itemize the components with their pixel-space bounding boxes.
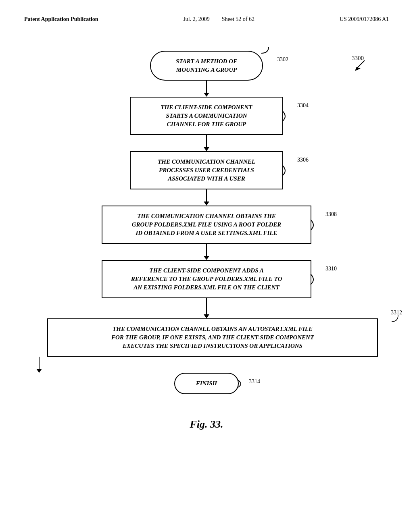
arrow-3312-3314 <box>36 357 42 373</box>
node-3304-text: THE CLIENT-SIDE COMPONENT STARTS A COMMU… <box>161 104 252 127</box>
header-center: Jul. 2, 2009 Sheet 52 of 62 <box>183 16 254 23</box>
node-3306-box: THE COMMUNICATION CHANNEL PROCESSES USER… <box>130 151 283 189</box>
patent-number: US 2009/0172086 A1 <box>340 16 389 23</box>
outer-arrow <box>353 60 365 72</box>
node-3314-box: FINISH 3314 <box>174 373 239 394</box>
page: Patent Application Publication Jul. 2, 2… <box>0 0 413 532</box>
bracket-3312-curve <box>391 314 399 322</box>
figure-caption: Fig. 33. <box>24 418 389 430</box>
bracket-3304 <box>282 110 289 122</box>
node-3310-text: THE CLIENT-SIDE COMPONENT ADDS A REFEREN… <box>131 267 282 291</box>
node-3302-item: START A METHOD OF MOUNTING A GROUP 3302 <box>150 51 263 81</box>
arrow-3304-3306 <box>204 135 209 151</box>
node-3306-text: THE COMMUNICATION CHANNEL PROCESSES USER… <box>158 158 255 182</box>
publication-label: Patent Application Publication <box>24 16 98 23</box>
bracket-3302 <box>261 46 269 54</box>
node-label-3308: 3308 <box>325 210 337 218</box>
node-3310-wrapper: THE CLIENT-SIDE COMPONENT ADDS A REFEREN… <box>102 260 311 318</box>
sheet-info: Sheet 52 of 62 <box>222 16 254 23</box>
node-3306-item: THE COMMUNICATION CHANNEL PROCESSES USER… <box>130 151 283 189</box>
node-3304-box: THE CLIENT-SIDE COMPONENT STARTS A COMMU… <box>130 97 283 135</box>
node-label-3302: 3302 <box>277 56 288 64</box>
node-3308-wrapper: THE COMMUNICATION CHANNEL OBTAINS THE GR… <box>102 206 311 260</box>
node-3312-text: THE COMMUNICATION CHANNEL OBTAINS AN AUT… <box>111 326 314 349</box>
node-3304-item: THE CLIENT-SIDE COMPONENT STARTS A COMMU… <box>130 97 283 135</box>
node-3312-wrapper: 3312 THE COMMUNICATION CHANNEL OBTAINS A… <box>24 318 389 373</box>
node-3310-item: THE CLIENT-SIDE COMPONENT ADDS A REFEREN… <box>102 260 311 298</box>
arrow-3310-3312 <box>204 298 209 318</box>
node-3304-wrapper: THE CLIENT-SIDE COMPONENT STARTS A COMMU… <box>130 97 283 151</box>
bracket-3306 <box>282 164 289 177</box>
node-label-3310: 3310 <box>325 265 337 273</box>
node-3314-wrapper: FINISH 3314 <box>174 373 239 394</box>
node-3308-text: THE COMMUNICATION CHANNEL OBTAINS THE GR… <box>132 213 281 236</box>
node-3302-box: START A METHOD OF MOUNTING A GROUP 3302 <box>150 51 263 81</box>
publication-date: Jul. 2, 2009 <box>183 16 209 23</box>
node-3308-box: THE COMMUNICATION CHANNEL OBTAINS THE GR… <box>102 206 311 244</box>
node-label-3306: 3306 <box>297 156 309 164</box>
node-3306-wrapper: THE COMMUNICATION CHANNEL PROCESSES USER… <box>130 151 283 206</box>
node-3302-wrapper: START A METHOD OF MOUNTING A GROUP 3302 <box>150 51 263 97</box>
node-3302-text: START A METHOD OF MOUNTING A GROUP <box>176 58 237 73</box>
bracket-3308 <box>310 219 317 231</box>
svg-line-0 <box>357 60 365 69</box>
svg-marker-1 <box>355 67 361 71</box>
node-label-3304: 3304 <box>297 102 309 110</box>
bracket-3310 <box>310 273 317 285</box>
node-3314-text: FINISH <box>196 380 217 387</box>
arrow-3306-3308 <box>204 189 209 206</box>
node-label-3314: 3314 <box>249 378 260 386</box>
page-header: Patent Application Publication Jul. 2, 2… <box>24 16 389 23</box>
arrow-3308-3310 <box>204 244 209 260</box>
node-3314-item: FINISH 3314 <box>174 373 239 394</box>
flowchart-diagram: 3300 START A METHOD OF MOUNTING A GROUP … <box>24 43 389 394</box>
node-3310-box: THE CLIENT-SIDE COMPONENT ADDS A REFEREN… <box>102 260 311 298</box>
node-3308-item: THE COMMUNICATION CHANNEL OBTAINS THE GR… <box>102 206 311 244</box>
node-3312-box: THE COMMUNICATION CHANNEL OBTAINS AN AUT… <box>47 318 378 357</box>
bracket-3314 <box>237 379 244 388</box>
arrow-3302-3304 <box>204 81 209 97</box>
